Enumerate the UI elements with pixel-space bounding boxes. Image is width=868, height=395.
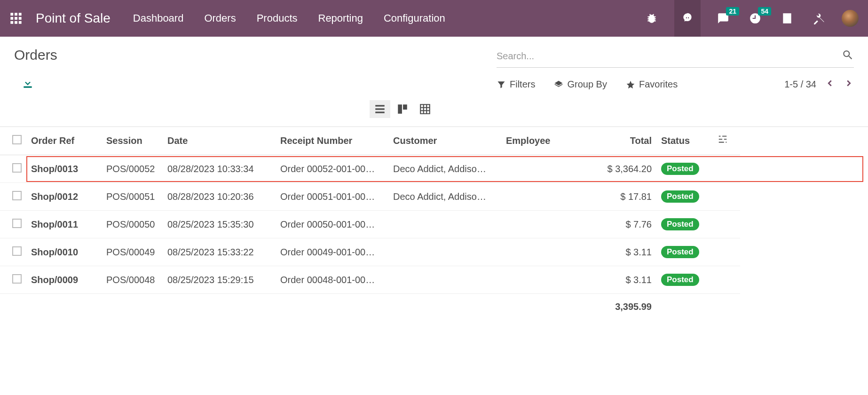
table-row[interactable]: Shop/0010 POS/00049 08/25/2023 15:33:22 … xyxy=(0,238,868,266)
svg-point-9 xyxy=(685,17,686,19)
col-customer[interactable]: Customer xyxy=(388,127,501,155)
svg-rect-6 xyxy=(10,21,13,24)
table-row[interactable]: Shop/0011 POS/00050 08/25/2023 15:35:30 … xyxy=(0,211,868,238)
cell-total: $ 7.76 xyxy=(595,211,656,238)
cell-employee xyxy=(501,183,595,211)
svg-rect-15 xyxy=(398,104,402,114)
chevron-left-icon xyxy=(825,78,835,88)
svg-point-10 xyxy=(687,17,688,19)
row-checkbox[interactable] xyxy=(12,274,22,284)
kanban-view-button[interactable] xyxy=(392,100,413,118)
filters-label: Filters xyxy=(510,79,535,90)
col-employee[interactable]: Employee xyxy=(501,127,595,155)
filters-button[interactable]: Filters xyxy=(497,79,535,90)
cell-session: POS/00052 xyxy=(102,155,163,183)
cell-ref: Shop/0012 xyxy=(26,183,102,211)
row-checkbox[interactable] xyxy=(12,191,22,200)
svg-rect-12 xyxy=(375,105,385,106)
svg-rect-0 xyxy=(10,13,13,16)
nav-item-reporting[interactable]: Reporting xyxy=(318,12,363,24)
nav-menu: Dashboard Orders Products Reporting Conf… xyxy=(133,12,445,24)
cell-session: POS/00048 xyxy=(102,266,163,294)
cell-date: 08/25/2023 15:33:22 xyxy=(163,238,276,266)
search-input[interactable] xyxy=(497,51,842,62)
cell-employee xyxy=(501,211,595,238)
pager-next[interactable] xyxy=(844,78,854,91)
pivot-view-button[interactable] xyxy=(415,100,435,118)
cell-ref: Shop/0011 xyxy=(26,211,102,238)
list-icon xyxy=(374,103,386,115)
apps-icon[interactable] xyxy=(9,12,23,25)
col-status[interactable]: Status xyxy=(656,127,713,155)
pager-range[interactable]: 1-5 / 34 xyxy=(784,79,816,90)
app-title[interactable]: Point of Sale xyxy=(36,11,110,26)
col-date[interactable]: Date xyxy=(163,127,276,155)
row-checkbox[interactable] xyxy=(12,163,22,173)
nav-item-orders[interactable]: Orders xyxy=(204,12,236,24)
table-row[interactable]: Shop/0013 POS/00052 08/28/2023 10:33:34 … xyxy=(0,155,868,183)
pager-prev[interactable] xyxy=(825,78,835,91)
phone-icon[interactable] xyxy=(674,0,701,37)
nav-item-configuration[interactable]: Configuration xyxy=(384,12,445,24)
search-area xyxy=(497,47,854,68)
svg-rect-3 xyxy=(10,17,13,20)
cell-customer: Deco Addict, Addiso… xyxy=(388,155,501,183)
col-order-ref[interactable]: Order Ref xyxy=(26,127,102,155)
table-row[interactable]: Shop/0009 POS/00048 08/25/2023 15:29:15 … xyxy=(0,266,868,294)
status-badge: Posted xyxy=(661,190,699,203)
cell-customer xyxy=(388,211,501,238)
cell-total: $ 3.11 xyxy=(595,266,656,294)
groupby-button[interactable]: Group By xyxy=(554,79,607,90)
search-icon[interactable] xyxy=(842,49,854,63)
groupby-label: Group By xyxy=(567,79,607,90)
avatar[interactable] xyxy=(842,10,859,27)
funnel-icon xyxy=(497,80,506,89)
cell-ref: Shop/0009 xyxy=(26,266,102,294)
cell-employee xyxy=(501,155,595,183)
svg-point-11 xyxy=(689,17,690,19)
page-header: Orders xyxy=(0,37,868,72)
svg-rect-2 xyxy=(19,13,22,16)
list-view-button[interactable] xyxy=(370,100,390,118)
svg-rect-7 xyxy=(15,21,17,24)
nav-item-dashboard[interactable]: Dashboard xyxy=(133,12,184,24)
page-title: Orders xyxy=(14,47,57,63)
pivot-icon xyxy=(419,103,431,115)
row-checkbox[interactable] xyxy=(12,219,22,228)
activities-icon[interactable]: 54 xyxy=(746,9,765,28)
col-session[interactable]: Session xyxy=(102,127,163,155)
nav-item-products[interactable]: Products xyxy=(257,12,298,24)
cell-receipt: Order 00049-001-00… xyxy=(276,238,388,266)
cell-receipt: Order 00052-001-00… xyxy=(276,155,388,183)
row-checkbox[interactable] xyxy=(12,246,22,256)
messages-badge: 21 xyxy=(726,7,739,16)
tools-icon[interactable] xyxy=(810,9,829,28)
cell-date: 08/25/2023 15:29:15 xyxy=(163,266,276,294)
favorites-button[interactable]: Favorites xyxy=(626,79,678,90)
col-receipt[interactable]: Receipt Number xyxy=(276,127,388,155)
main-navbar: Point of Sale Dashboard Orders Products … xyxy=(0,0,868,37)
col-total[interactable]: Total xyxy=(595,127,656,155)
cell-total: $ 3,364.20 xyxy=(595,155,656,183)
status-badge: Posted xyxy=(661,163,699,175)
activities-badge: 54 xyxy=(758,7,771,16)
status-badge: Posted xyxy=(661,274,699,286)
messages-icon[interactable]: 21 xyxy=(714,9,733,28)
download-icon[interactable] xyxy=(22,77,34,92)
building-icon[interactable] xyxy=(778,9,797,28)
svg-rect-5 xyxy=(19,17,22,20)
column-config-icon[interactable] xyxy=(718,136,728,147)
orders-table: Order Ref Session Date Receipt Number Cu… xyxy=(0,126,868,320)
svg-rect-1 xyxy=(15,13,17,16)
cell-session: POS/00051 xyxy=(102,183,163,211)
cell-total: $ 3.11 xyxy=(595,238,656,266)
bug-icon[interactable] xyxy=(642,9,661,28)
cell-receipt: Order 00050-001-00… xyxy=(276,211,388,238)
cell-customer xyxy=(388,266,501,294)
table-row[interactable]: Shop/0012 POS/00051 08/28/2023 10:20:36 … xyxy=(0,183,868,211)
nav-icon-bar: 21 54 xyxy=(642,0,859,37)
select-all-checkbox[interactable] xyxy=(12,135,22,144)
svg-rect-13 xyxy=(375,108,385,110)
svg-rect-16 xyxy=(403,104,407,110)
layers-icon xyxy=(554,80,563,89)
